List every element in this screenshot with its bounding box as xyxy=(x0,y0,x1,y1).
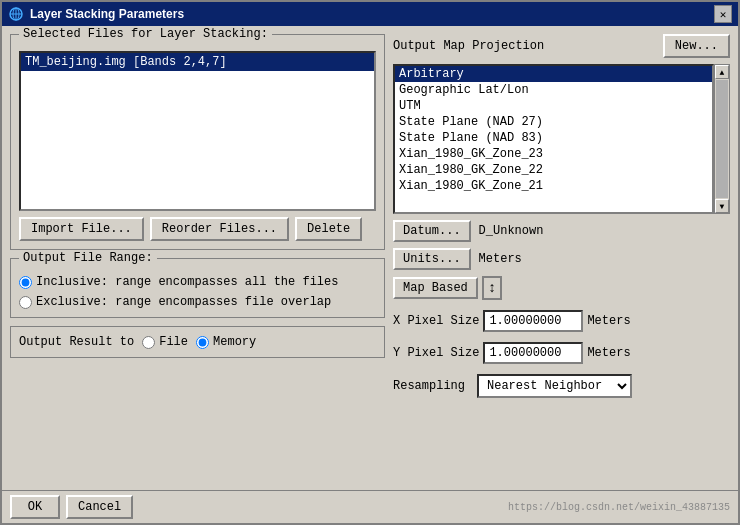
y-pixel-unit: Meters xyxy=(587,346,630,360)
projection-item-0[interactable]: Arbitrary xyxy=(395,66,712,82)
new-projection-button[interactable]: New... xyxy=(663,34,730,58)
datum-row: Datum... D_Unknown xyxy=(393,220,730,242)
main-window: Layer Stacking Parameters ✕ Selected Fil… xyxy=(0,0,740,525)
watermark: https://blog.csdn.net/weixin_43887135 xyxy=(508,502,730,513)
projection-scrollbar[interactable]: ▲ ▼ xyxy=(714,64,730,214)
bottom-buttons: OK Cancel xyxy=(10,495,133,519)
exclusive-label: Exclusive: range encompasses file overla… xyxy=(36,295,331,309)
ok-button[interactable]: OK xyxy=(10,495,60,519)
reorder-button[interactable]: Reorder Files... xyxy=(150,217,289,241)
y-pixel-label: Y Pixel Size xyxy=(393,346,479,360)
left-panel: Selected Files for Layer Stacking: TM_be… xyxy=(10,34,385,482)
output-range-title: Output File Range: xyxy=(19,251,157,265)
map-based-row: Map Based ↕ xyxy=(393,276,730,300)
close-button[interactable]: ✕ xyxy=(714,5,732,23)
output-result-group: Output Result to File Memory xyxy=(10,326,385,358)
scroll-thumb[interactable] xyxy=(716,80,728,198)
file-item[interactable]: TM_beijing.img [Bands 2,4,7] xyxy=(21,53,374,71)
cancel-button[interactable]: Cancel xyxy=(66,495,133,519)
y-pixel-row: Y Pixel Size Meters xyxy=(393,342,730,364)
import-button[interactable]: Import File... xyxy=(19,217,144,241)
x-pixel-row: X Pixel Size Meters xyxy=(393,310,730,332)
map-based-button[interactable]: Map Based xyxy=(393,277,478,299)
y-pixel-input[interactable] xyxy=(483,342,583,364)
title-bar-left: Layer Stacking Parameters xyxy=(8,6,184,22)
exclusive-radio[interactable] xyxy=(19,296,32,309)
resampling-label: Resampling xyxy=(393,379,473,393)
range-radio-group: Inclusive: range encompasses all the fil… xyxy=(19,267,376,309)
units-row: Units... Meters xyxy=(393,248,730,270)
window-title: Layer Stacking Parameters xyxy=(30,7,184,21)
scroll-down-arrow[interactable]: ▼ xyxy=(715,199,729,213)
scroll-up-arrow[interactable]: ▲ xyxy=(715,65,729,79)
file-radio[interactable] xyxy=(142,336,155,349)
title-bar: Layer Stacking Parameters ✕ xyxy=(2,2,738,26)
file-option[interactable]: File xyxy=(142,335,188,349)
main-content: Selected Files for Layer Stacking: TM_be… xyxy=(2,26,738,490)
resampling-dropdown[interactable]: Nearest Neighbor Bilinear Cubic Convolut… xyxy=(477,374,632,398)
projection-label: Output Map Projection xyxy=(393,39,544,53)
memory-option[interactable]: Memory xyxy=(196,335,256,349)
output-range-group: Output File Range: Inclusive: range enco… xyxy=(10,258,385,318)
projection-list-wrapper: Arbitrary Geographic Lat/Lon UTM State P… xyxy=(393,64,714,214)
memory-label: Memory xyxy=(213,335,256,349)
projection-item-4[interactable]: State Plane (NAD 83) xyxy=(395,130,712,146)
file-buttons-row: Import File... Reorder Files... Delete xyxy=(19,217,376,241)
projection-item-1[interactable]: Geographic Lat/Lon xyxy=(395,82,712,98)
x-pixel-input[interactable] xyxy=(483,310,583,332)
projection-item-2[interactable]: UTM xyxy=(395,98,712,114)
arrows-button[interactable]: ↕ xyxy=(482,276,502,300)
memory-radio[interactable] xyxy=(196,336,209,349)
files-group: Selected Files for Layer Stacking: TM_be… xyxy=(10,34,385,250)
projection-item-5[interactable]: Xian_1980_GK_Zone_23 xyxy=(395,146,712,162)
inclusive-option[interactable]: Inclusive: range encompasses all the fil… xyxy=(19,275,376,289)
inclusive-label: Inclusive: range encompasses all the fil… xyxy=(36,275,338,289)
exclusive-option[interactable]: Exclusive: range encompasses file overla… xyxy=(19,295,376,309)
projection-list-container: Arbitrary Geographic Lat/Lon UTM State P… xyxy=(393,64,730,214)
resampling-row: Resampling Nearest Neighbor Bilinear Cub… xyxy=(393,374,730,398)
x-pixel-unit: Meters xyxy=(587,314,630,328)
file-label: File xyxy=(159,335,188,349)
projection-header: Output Map Projection New... xyxy=(393,34,730,58)
output-result-label: Output Result to xyxy=(19,335,134,349)
projection-item-7[interactable]: Xian_1980_GK_Zone_21 xyxy=(395,178,712,194)
units-value: Meters xyxy=(475,250,730,268)
window-icon xyxy=(8,6,24,22)
file-list[interactable]: TM_beijing.img [Bands 2,4,7] xyxy=(19,51,376,211)
delete-button[interactable]: Delete xyxy=(295,217,362,241)
right-panel: Output Map Projection New... Arbitrary G… xyxy=(393,34,730,482)
datum-value: D_Unknown xyxy=(475,222,730,240)
units-button[interactable]: Units... xyxy=(393,248,471,270)
projection-item-3[interactable]: State Plane (NAD 27) xyxy=(395,114,712,130)
datum-button[interactable]: Datum... xyxy=(393,220,471,242)
inclusive-radio[interactable] xyxy=(19,276,32,289)
files-group-title: Selected Files for Layer Stacking: xyxy=(19,27,272,41)
x-pixel-label: X Pixel Size xyxy=(393,314,479,328)
bottom-bar: OK Cancel https://blog.csdn.net/weixin_4… xyxy=(2,490,738,523)
projection-item-6[interactable]: Xian_1980_GK_Zone_22 xyxy=(395,162,712,178)
